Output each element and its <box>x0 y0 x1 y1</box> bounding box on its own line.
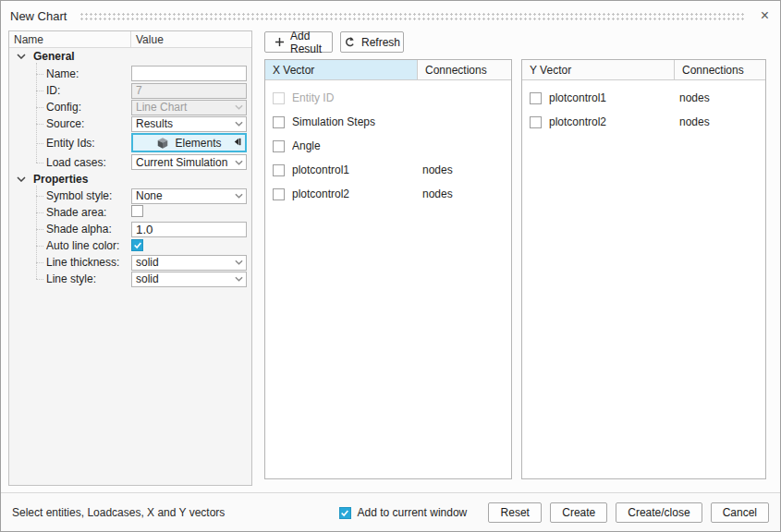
source-select[interactable]: Results <box>131 116 247 132</box>
vector-label: Simulation Steps <box>292 115 422 128</box>
y-vector-list: plotcontrol1 nodes plotcontrol2 nodes <box>522 80 765 134</box>
row-name: Name: <box>9 65 251 82</box>
vector-label: Angle <box>292 139 422 152</box>
add-result-button[interactable]: Add Result <box>264 31 333 53</box>
row-id: ID: 7 <box>9 82 251 99</box>
line-thickness-select[interactable]: solid <box>131 255 247 271</box>
source-label: Source: <box>9 117 131 130</box>
elements-button-label: Elements <box>175 137 221 150</box>
load-cases-value: Current Simulation <box>136 156 227 169</box>
load-cases-label: Load cases: <box>9 156 131 169</box>
checkbox-unchecked[interactable] <box>530 92 542 104</box>
shade-area-checkbox[interactable] <box>131 205 143 217</box>
column-header-connections[interactable]: Connections <box>675 60 765 79</box>
entity-ids-elements-button[interactable]: Elements <box>131 133 247 152</box>
x-vector-list: Entity ID Simulation Steps Angle plotcon… <box>265 80 511 206</box>
column-header-value[interactable]: Value <box>131 31 251 47</box>
line-style-label: Line style: <box>9 272 131 285</box>
create-close-button[interactable]: Create/close <box>616 502 702 523</box>
group-general[interactable]: General <box>9 48 251 65</box>
row-symbol-style: Symbol style: None <box>9 187 251 204</box>
x-vector-header: X Vector Connections <box>265 60 511 80</box>
footer-bar: Select entities, Loadcases, X and Y vect… <box>1 492 780 532</box>
group-label: General <box>33 50 75 63</box>
y-vector-row-plotcontrol2[interactable]: plotcontrol2 nodes <box>522 110 765 134</box>
column-header-y-vector[interactable]: Y Vector <box>522 60 675 79</box>
column-header-name[interactable]: Name <box>9 31 131 47</box>
checkbox-unchecked[interactable] <box>273 116 285 128</box>
collapse-left-icon[interactable] <box>232 137 242 147</box>
connections-value: nodes <box>679 115 710 128</box>
x-vector-row-plotcontrol2[interactable]: plotcontrol2 nodes <box>265 182 511 206</box>
connections-value: nodes <box>422 163 453 176</box>
add-to-current-window: Add to current window <box>339 506 468 519</box>
symbol-style-select[interactable]: None <box>131 188 247 204</box>
refresh-button[interactable]: Refresh <box>340 31 404 53</box>
checkbox-unchecked[interactable] <box>273 164 285 176</box>
checkbox-unchecked <box>273 92 285 104</box>
line-thickness-label: Line thickness: <box>9 256 131 269</box>
name-input[interactable] <box>131 66 247 81</box>
chevron-down-icon <box>235 276 243 282</box>
vector-label: plotcontrol2 <box>292 187 422 200</box>
checkbox-unchecked[interactable] <box>273 140 285 152</box>
cancel-button[interactable]: Cancel <box>711 502 769 523</box>
close-icon[interactable]: × <box>759 8 771 23</box>
group-properties[interactable]: Properties <box>9 171 251 187</box>
checkbox-unchecked[interactable] <box>273 188 285 200</box>
reset-button[interactable]: Reset <box>488 502 542 523</box>
row-line-thickness: Line thickness: solid <box>9 254 251 271</box>
x-vector-row-angle[interactable]: Angle <box>265 134 511 158</box>
chevron-down-icon[interactable] <box>17 176 28 182</box>
auto-line-color-checkbox[interactable] <box>131 239 143 251</box>
properties-rows: Symbol style: None Shade area: Shade alp… <box>9 187 251 287</box>
status-text: Select entities, Loadcases, X and Y vect… <box>12 506 339 519</box>
row-shade-alpha: Shade alpha: <box>9 221 251 237</box>
entity-ids-label: Entity Ids: <box>9 137 131 150</box>
x-vector-row-entity-id[interactable]: Entity ID <box>265 86 511 110</box>
symbol-style-value: None <box>136 189 163 202</box>
create-button[interactable]: Create <box>550 502 607 523</box>
column-header-connections[interactable]: Connections <box>418 60 511 79</box>
line-style-select[interactable]: solid <box>131 272 247 287</box>
y-vector-row-plotcontrol1[interactable]: plotcontrol1 nodes <box>522 86 765 110</box>
new-chart-dialog: New Chart × Name Value General Name: ID:… <box>0 0 781 532</box>
shade-area-label: Shade area: <box>9 206 131 219</box>
row-entity-ids: Entity Ids: Elements <box>9 132 251 153</box>
symbol-style-label: Symbol style: <box>9 189 131 202</box>
footer-actions: Add to current window Reset Create Creat… <box>339 502 770 523</box>
chevron-down-icon[interactable] <box>17 54 28 59</box>
auto-line-color-label: Auto line color: <box>9 239 131 252</box>
y-vector-panel: Y Vector Connections plotcontrol1 nodes … <box>521 59 766 479</box>
row-line-style: Line style: solid <box>9 271 251 287</box>
add-to-current-window-checkbox[interactable] <box>339 507 351 519</box>
group-label: Properties <box>33 173 88 186</box>
row-auto-line-color: Auto line color: <box>9 237 251 254</box>
chevron-down-icon <box>235 260 243 265</box>
drag-handle-dots[interactable] <box>79 12 743 20</box>
connections-value: nodes <box>679 91 710 104</box>
general-rows: Name: ID: 7 Config: Line Chart <box>9 65 251 171</box>
id-value-field: 7 <box>131 83 247 99</box>
refresh-label: Refresh <box>361 36 400 49</box>
chevron-down-icon <box>235 121 243 127</box>
add-result-label: Add Result <box>290 30 323 55</box>
elements-cube-icon <box>156 137 169 150</box>
refresh-icon <box>344 36 356 48</box>
checkbox-unchecked[interactable] <box>530 116 542 128</box>
config-value: Line Chart <box>136 101 187 114</box>
load-cases-select[interactable]: Current Simulation <box>131 154 247 170</box>
dialog-title: New Chart <box>10 9 67 23</box>
vector-label: plotcontrol1 <box>549 91 679 104</box>
title-bar: New Chart × <box>1 1 780 30</box>
row-config: Config: Line Chart <box>9 99 251 115</box>
vector-label: Entity ID <box>292 91 422 104</box>
config-label: Config: <box>9 101 131 114</box>
x-vector-row-simulation-steps[interactable]: Simulation Steps <box>265 110 511 134</box>
column-header-x-vector[interactable]: X Vector <box>265 60 418 79</box>
x-vector-row-plotcontrol1[interactable]: plotcontrol1 nodes <box>265 158 511 182</box>
shade-alpha-input[interactable] <box>131 222 247 237</box>
plus-icon <box>275 37 285 47</box>
x-vector-panel: X Vector Connections Entity ID Simulatio… <box>264 59 512 479</box>
line-style-value: solid <box>136 272 159 285</box>
